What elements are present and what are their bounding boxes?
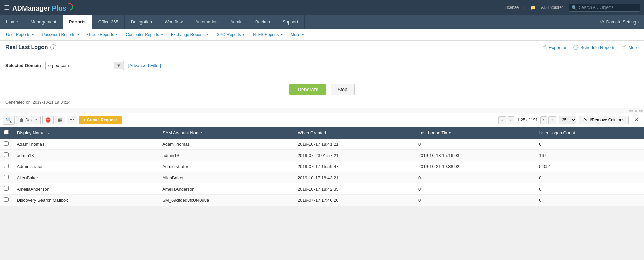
col-header-sam-account[interactable]: SAM Account Name xyxy=(158,127,293,139)
row-checkbox-cell[interactable] xyxy=(0,139,13,150)
row-checkbox[interactable] xyxy=(4,197,9,202)
topbar: ☰ ADManager Plus License | 📁 AD Explorer… xyxy=(0,0,644,15)
ad-explorer-link[interactable]: AD Explorer xyxy=(541,5,563,10)
advanced-filter-link[interactable]: [Advanced Filter] xyxy=(128,63,162,68)
nav-automation[interactable]: Automation xyxy=(189,15,224,29)
domain-settings-link[interactable]: ⚙ Domain Settings xyxy=(595,15,644,29)
row-checkbox-cell[interactable] xyxy=(0,150,13,161)
nav-office365[interactable]: Office 365 xyxy=(92,15,125,29)
toolbar-right: « ‹ 1-25 of 191 › » 25 50 100 Add/Remove… xyxy=(498,115,641,125)
nav-management[interactable]: Management xyxy=(24,15,63,29)
subnav-more[interactable]: More ▼ xyxy=(287,29,308,40)
generate-button[interactable]: Generate xyxy=(289,84,326,95)
cell-sam-account: Administrator xyxy=(158,161,293,172)
subnav-gpo-reports[interactable]: GPO Reports ▼ xyxy=(213,29,249,40)
cell-sam-account: SM_69dfded3fc0f4098a xyxy=(158,195,293,206)
row-checkbox-cell[interactable] xyxy=(0,195,13,206)
resize-icon: ■■ ▲ ■■ xyxy=(629,109,643,112)
subnav-user-reports[interactable]: User Reports ▼ xyxy=(3,29,38,40)
subnav-ntfs-reports[interactable]: NTFS Reports ▼ xyxy=(250,29,287,40)
more-options-button[interactable]: 📄 More xyxy=(621,45,639,50)
subnav-computer-reports[interactable]: Computer Reports ▼ xyxy=(122,29,167,40)
clock-icon: 🕐 xyxy=(573,45,579,50)
col-header-when-created[interactable]: When Created xyxy=(293,127,414,139)
more-tools-button[interactable]: ••• xyxy=(67,116,78,124)
next-page-button[interactable]: › xyxy=(540,116,547,124)
add-remove-columns-button[interactable]: Add/Remove Columns xyxy=(579,116,629,124)
grid-icon-button[interactable]: ▦ xyxy=(55,116,65,124)
chevron-down-icon: ▼ xyxy=(206,33,209,36)
row-checkbox-cell[interactable] xyxy=(0,183,13,195)
row-checkbox[interactable] xyxy=(4,175,9,179)
cell-when-created: 2019-10-17 18:41:21 xyxy=(293,139,414,150)
chevron-down-icon: ▼ xyxy=(77,33,80,36)
cell-sam-account: admin13 xyxy=(158,150,293,161)
stop-button[interactable]: Stop xyxy=(331,84,355,95)
search-box: 🔍 xyxy=(569,4,640,12)
col-header-display-name[interactable]: Display Name ▲ xyxy=(13,127,158,139)
cell-last-logon: 0 xyxy=(414,139,535,150)
subnav-exchange-reports[interactable]: Exchange Reports ▼ xyxy=(168,29,213,40)
table-row: Administrator Administrator 2019-07-17 1… xyxy=(0,161,644,172)
row-checkbox[interactable] xyxy=(4,152,9,157)
nav-backup[interactable]: Backup xyxy=(249,15,276,29)
cell-last-logon: 2019-10-21 19:38:02 xyxy=(414,161,535,172)
prev-page-button[interactable]: ‹ xyxy=(508,116,514,124)
top-right-area: License | 📁 AD Explorer 🔍 xyxy=(505,4,640,12)
cell-display-name: AmeliaAnderson xyxy=(13,183,158,195)
schedule-reports-button[interactable]: 🕐 Schedule Reports xyxy=(573,45,615,50)
row-checkbox-cell[interactable] xyxy=(0,172,13,183)
row-checkbox-cell[interactable] xyxy=(0,161,13,172)
sort-icon: ▲ xyxy=(47,131,51,135)
nav-admin[interactable]: Admin xyxy=(224,15,249,29)
page-info: 1-25 of 191 xyxy=(516,118,539,123)
domain-dropdown-button[interactable]: ▼ xyxy=(114,62,124,69)
nav-home[interactable]: Home xyxy=(0,15,24,29)
nav-delegation[interactable]: Delegation xyxy=(125,15,158,29)
chevron-down-icon: ▼ xyxy=(280,33,283,36)
cell-last-logon: 2019-10-18 15:16:03 xyxy=(414,150,535,161)
page-title: Real Last Logon xyxy=(5,44,48,50)
domain-input[interactable] xyxy=(46,61,114,70)
row-checkbox[interactable] xyxy=(4,164,9,168)
nav-support[interactable]: Support xyxy=(276,15,305,29)
help-icon[interactable]: ? xyxy=(50,44,56,50)
export-more-icon: 📄 xyxy=(621,45,627,50)
page-size-select[interactable]: 25 50 100 xyxy=(559,116,576,124)
nav-reports[interactable]: Reports xyxy=(63,15,92,29)
create-request-button[interactable]: + Create Request xyxy=(79,116,121,124)
subnav-password-reports[interactable]: Password Reports ▼ xyxy=(39,29,83,40)
nav-workflow[interactable]: Workflow xyxy=(158,15,189,29)
license-link[interactable]: License xyxy=(505,5,519,10)
table-search-button[interactable]: 🔍 xyxy=(3,116,15,125)
delete-button[interactable]: 🗑 Delete xyxy=(16,116,41,124)
cell-last-logon: 0 xyxy=(414,195,535,206)
first-page-button[interactable]: « xyxy=(498,116,506,124)
cell-when-created: 2019-07-17 15:59:47 xyxy=(293,161,414,172)
gear-icon: ⚙ xyxy=(600,19,604,25)
cell-display-name: admin13 xyxy=(13,150,158,161)
cell-display-name: Administrator xyxy=(13,161,158,172)
generated-on-text: Generated on: 2019-10-21 19:04:14 xyxy=(0,99,644,108)
subnav-group-reports[interactable]: Group Reports ▼ xyxy=(84,29,122,40)
menu-icon[interactable]: ☰ xyxy=(4,4,10,11)
col-header-logon-count[interactable]: User Logon Count xyxy=(535,127,644,139)
chevron-down-icon: ▼ xyxy=(31,33,35,36)
export-icon: 📄 xyxy=(541,45,547,50)
cell-display-name: AdamThomas xyxy=(13,139,158,150)
page-actions: 📄 Export as 🕐 Schedule Reports 📄 More xyxy=(541,45,639,50)
last-page-button[interactable]: » xyxy=(548,116,556,124)
row-checkbox[interactable] xyxy=(4,186,9,191)
logo-area: ☰ ADManager Plus xyxy=(4,3,73,12)
close-table-button[interactable]: ✕ xyxy=(631,115,641,125)
block-icon-button[interactable]: ⛔ xyxy=(42,116,54,124)
col-header-last-logon[interactable]: Last Logon Time xyxy=(414,127,535,139)
row-checkbox[interactable] xyxy=(4,141,9,146)
domain-select[interactable]: ▼ xyxy=(45,61,124,70)
table-header-checkbox[interactable] xyxy=(0,127,13,139)
cell-sam-account: AmeliaAnderson xyxy=(158,183,293,195)
search-input[interactable] xyxy=(579,5,637,10)
export-as-button[interactable]: 📄 Export as xyxy=(541,45,567,50)
select-all-checkbox[interactable] xyxy=(4,130,9,134)
cell-logon-count: 167 xyxy=(535,150,644,161)
